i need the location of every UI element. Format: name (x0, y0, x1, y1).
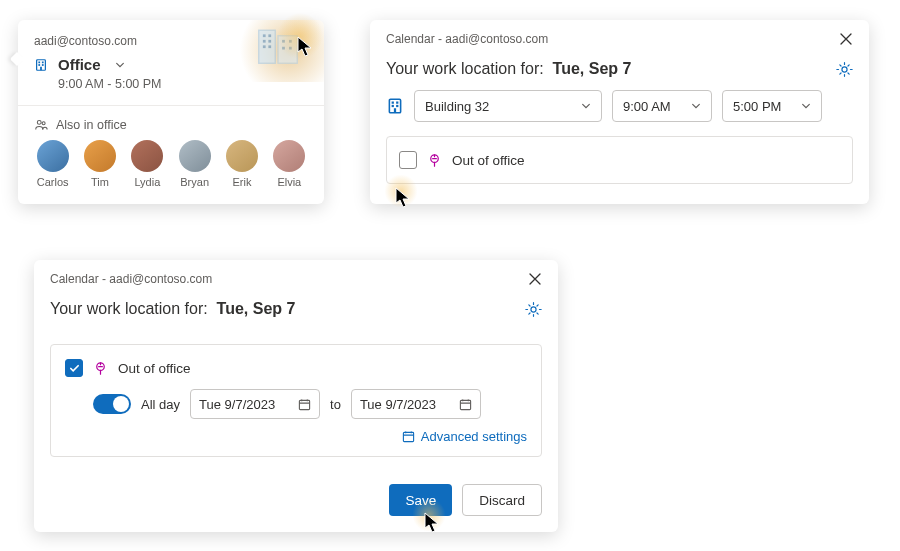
end-time-select[interactable]: 5:00 PM (722, 90, 822, 122)
close-icon[interactable] (839, 32, 853, 46)
out-of-office-label: Out of office (118, 361, 191, 376)
svg-rect-13 (38, 61, 40, 63)
start-time-select[interactable]: 9:00 AM (612, 90, 712, 122)
person[interactable]: Lydia (129, 140, 166, 188)
svg-rect-17 (40, 66, 42, 70)
person-name: Carlos (37, 176, 69, 188)
svg-point-18 (37, 120, 41, 124)
account-label: aadi@contoso.com (18, 20, 324, 56)
also-in-office-label: Also in office (56, 118, 127, 132)
calendar-icon (459, 398, 472, 411)
svg-rect-24 (392, 105, 394, 107)
window-title: Calendar - aadi@contoso.com (50, 272, 212, 286)
start-date-picker[interactable]: Tue 9/7/2023 (190, 389, 320, 419)
person[interactable]: Tim (81, 140, 118, 188)
gear-icon[interactable] (525, 301, 542, 318)
advanced-settings-label: Advanced settings (421, 429, 527, 444)
building-icon (34, 58, 48, 72)
work-location-modal-expanded: Calendar - aadi@contoso.com Your work lo… (34, 260, 558, 532)
svg-rect-14 (42, 61, 44, 63)
close-icon[interactable] (528, 272, 542, 286)
discard-button[interactable]: Discard (462, 484, 542, 516)
check-icon (69, 363, 80, 374)
out-of-office-section: Out of office All day Tue 9/7/2023 to Tu… (50, 344, 542, 457)
building-value: Building 32 (425, 99, 489, 114)
people-list: Carlos Tim Lydia Bryan Erik Elvia (34, 140, 308, 188)
person-name: Erik (233, 176, 252, 188)
building-icon (386, 97, 404, 115)
location-hours: 9:00 AM - 5:00 PM (34, 77, 308, 91)
person-name: Elvia (277, 176, 301, 188)
person[interactable]: Erik (223, 140, 260, 188)
out-of-office-label: Out of office (452, 153, 525, 168)
chevron-down-icon (691, 101, 701, 111)
office-presence-card: aadi@contoso.com Office 9:00 AM - 5:00 P… (18, 20, 324, 204)
all-day-toggle[interactable] (93, 394, 131, 414)
chevron-down-icon (801, 101, 811, 111)
calendar-icon (298, 398, 311, 411)
svg-rect-15 (38, 64, 40, 66)
avatar (37, 140, 69, 172)
person-name: Tim (91, 176, 109, 188)
avatar (84, 140, 116, 172)
avatar (226, 140, 258, 172)
end-time-value: 5:00 PM (733, 99, 781, 114)
svg-rect-16 (42, 64, 44, 66)
gear-icon[interactable] (836, 61, 853, 78)
svg-rect-25 (396, 105, 398, 107)
heading-prefix: Your work location for: (386, 60, 544, 77)
svg-rect-31 (460, 400, 470, 409)
window-title: Calendar - aadi@contoso.com (386, 32, 548, 46)
heading-date: Tue, Sep 7 (217, 300, 296, 317)
svg-point-20 (842, 66, 847, 71)
person[interactable]: Bryan (176, 140, 213, 188)
person[interactable]: Elvia (271, 140, 308, 188)
chevron-down-icon (115, 60, 125, 70)
people-icon (34, 118, 48, 132)
svg-rect-22 (392, 102, 394, 104)
person[interactable]: Carlos (34, 140, 71, 188)
start-date-value: Tue 9/7/2023 (199, 397, 275, 412)
svg-rect-32 (403, 432, 413, 441)
out-of-office-checkbox[interactable] (65, 359, 83, 377)
chevron-down-icon (581, 101, 591, 111)
avatar (179, 140, 211, 172)
building-select[interactable]: Building 32 (414, 90, 602, 122)
location-label: Office (58, 56, 101, 73)
start-time-value: 9:00 AM (623, 99, 671, 114)
svg-rect-26 (394, 108, 396, 113)
calendar-icon (402, 430, 415, 443)
svg-rect-23 (396, 102, 398, 104)
end-date-value: Tue 9/7/2023 (360, 397, 436, 412)
heading-date: Tue, Sep 7 (553, 60, 632, 77)
to-label: to (330, 397, 341, 412)
location-row[interactable]: Office 9:00 AM - 5:00 PM (18, 56, 324, 105)
work-location-modal: Calendar - aadi@contoso.com Your work lo… (370, 20, 869, 204)
svg-point-28 (531, 306, 536, 311)
avatar (131, 140, 163, 172)
person-name: Lydia (134, 176, 160, 188)
person-name: Bryan (180, 176, 209, 188)
svg-point-19 (42, 122, 45, 125)
end-date-picker[interactable]: Tue 9/7/2023 (351, 389, 481, 419)
save-button[interactable]: Save (389, 484, 452, 516)
heading-prefix: Your work location for: (50, 300, 208, 317)
out-of-office-row: Out of office (386, 136, 853, 184)
out-of-office-checkbox[interactable] (399, 151, 417, 169)
presence-away-icon (93, 361, 108, 376)
presence-away-icon (427, 153, 442, 168)
advanced-settings-link[interactable]: Advanced settings (65, 429, 527, 444)
all-day-label: All day (141, 397, 180, 412)
svg-rect-30 (299, 400, 309, 409)
avatar (273, 140, 305, 172)
